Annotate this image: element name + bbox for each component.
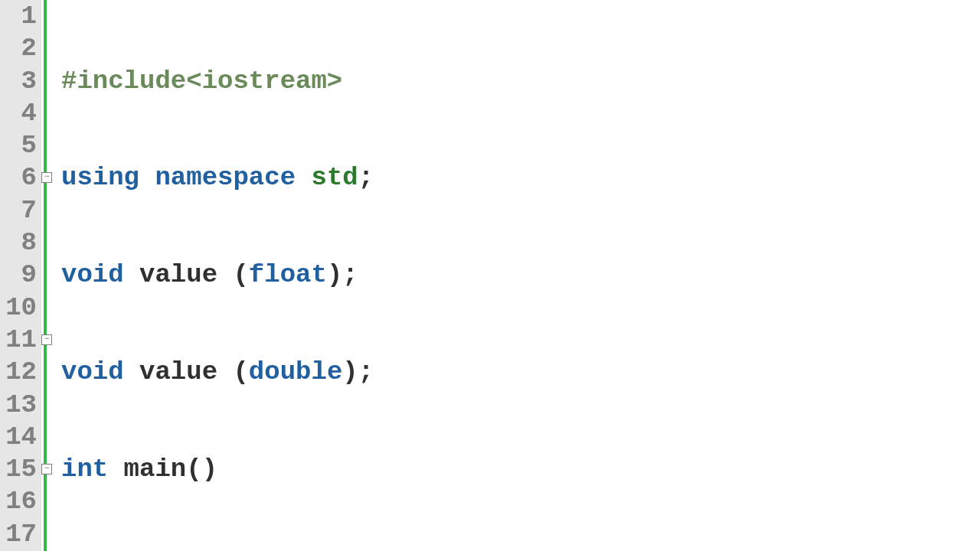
fold-column: − − − — [41, 0, 57, 551]
line-number: 2 — [2, 32, 37, 64]
line-number: 12 — [2, 356, 37, 388]
fold-toggle-icon[interactable]: − — [41, 464, 52, 474]
fold-toggle-icon[interactable]: − — [41, 172, 52, 183]
preprocessor-token: #include<iostream> — [61, 67, 342, 96]
line-number: 14 — [2, 421, 37, 453]
line-number: 5 — [2, 129, 37, 161]
line-number: 16 — [2, 485, 37, 517]
line-number: 15 — [2, 453, 37, 485]
code-line[interactable]: void value (float); — [61, 259, 498, 291]
code-line[interactable]: int main() — [61, 453, 498, 485]
code-editor[interactable]: 1 2 3 4 5 6 7 8 9 10 11 12 13 14 15 16 1… — [0, 0, 980, 551]
line-number: 4 — [2, 97, 37, 129]
line-number: 8 — [2, 227, 37, 259]
fold-toggle-icon[interactable]: − — [41, 334, 52, 345]
line-number: 6 — [2, 161, 37, 194]
line-number: 3 — [2, 65, 37, 97]
line-number: 7 — [2, 194, 37, 227]
line-number: 9 — [2, 259, 37, 291]
code-line[interactable]: #include<iostream> — [61, 65, 498, 97]
line-number: 17 — [2, 518, 37, 550]
line-number: 13 — [2, 389, 37, 421]
line-number-gutter: 1 2 3 4 5 6 7 8 9 10 11 12 13 14 15 16 1… — [0, 0, 41, 551]
code-area[interactable]: #include<iostream> using namespace std; … — [57, 0, 498, 551]
line-number: 11 — [2, 324, 37, 356]
line-number: 10 — [2, 292, 37, 324]
code-line[interactable]: using namespace std; — [61, 161, 498, 194]
line-number: 1 — [2, 0, 37, 32]
code-line[interactable]: void value (double); — [61, 356, 498, 388]
